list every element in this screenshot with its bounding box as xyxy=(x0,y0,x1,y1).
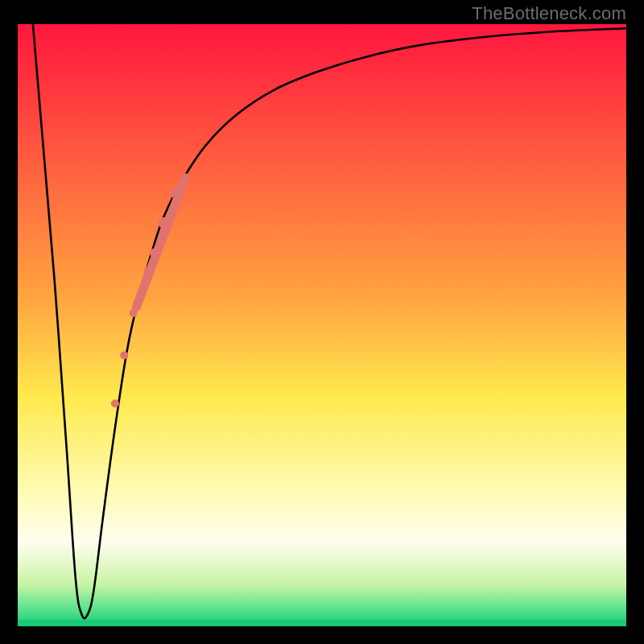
plot-area xyxy=(18,24,626,626)
watermark-text: TheBottleneck.com xyxy=(472,3,626,24)
marker-dot xyxy=(130,309,138,317)
marker-dot xyxy=(150,248,159,258)
marker-dot xyxy=(144,266,154,276)
marker-dot xyxy=(158,217,169,229)
marker-dot xyxy=(111,399,119,407)
chart-container: TheBottleneck.com xyxy=(0,0,644,644)
marker-dot xyxy=(171,187,182,198)
chart-svg xyxy=(0,0,644,644)
marker-dot xyxy=(120,351,128,359)
bottom-strip xyxy=(18,620,626,626)
